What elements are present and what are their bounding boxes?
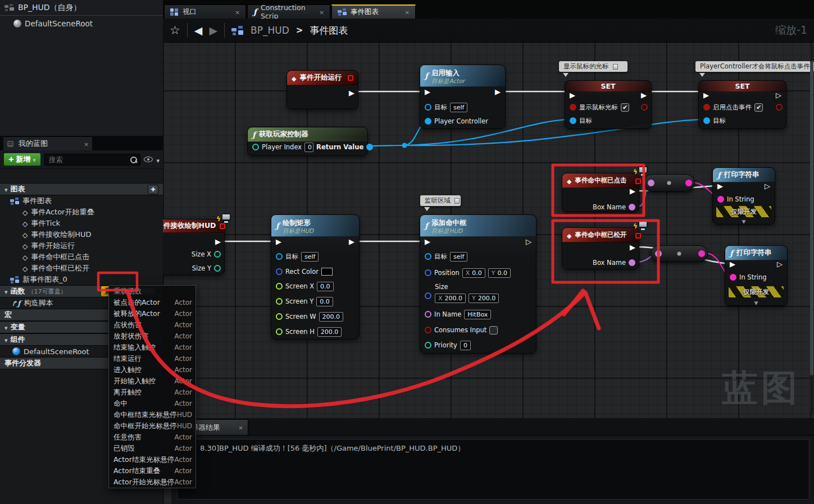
screen-x-pin[interactable] bbox=[276, 283, 283, 290]
comment-bubble-hitbox[interactable]: 监听区域 bbox=[420, 195, 461, 206]
bool-value-pin[interactable] bbox=[703, 104, 710, 111]
target-pin[interactable] bbox=[276, 253, 283, 260]
screen-y-value[interactable]: 0.0 bbox=[316, 297, 333, 306]
scrollbar-thumb[interactable] bbox=[810, 61, 813, 375]
menu-item[interactable]: 点状伤害Actor bbox=[109, 319, 195, 331]
pin-icon[interactable] bbox=[454, 198, 460, 204]
search-input[interactable] bbox=[45, 154, 140, 165]
target-value[interactable]: self bbox=[450, 252, 467, 262]
tab-construction-script[interactable]: Construction Scrip bbox=[247, 4, 330, 19]
node-event-beginplay[interactable]: 事件开始运行 bbox=[287, 70, 358, 109]
screen-w-value[interactable]: 200.0 bbox=[319, 312, 344, 322]
menu-item[interactable]: Actor结束光标悬停Actor bbox=[109, 454, 195, 465]
expand-arrow-icon[interactable] bbox=[742, 215, 746, 226]
checkbox-checked[interactable] bbox=[621, 103, 629, 112]
target-value[interactable]: self bbox=[301, 252, 319, 262]
exec-out-pin[interactable] bbox=[215, 238, 221, 246]
blueprint-graph-canvas[interactable]: BP_HUD > 事件图表 缩放-1 显示鼠标的光标 PlayerControl… bbox=[163, 19, 814, 504]
position-y-value[interactable]: 0.0 bbox=[498, 269, 508, 277]
tab-viewport[interactable]: 视口 bbox=[164, 4, 246, 19]
menu-item[interactable]: 已销毁Actor bbox=[109, 443, 195, 454]
exec-out-pin[interactable] bbox=[777, 260, 783, 268]
in-name-pin[interactable] bbox=[425, 311, 431, 318]
target-pin[interactable] bbox=[703, 117, 710, 124]
node-set-show-cursor[interactable]: SET 显示鼠标光标 目标 bbox=[565, 80, 652, 129]
compiler-log[interactable]: 8.30]BP_HUD 编译成功！[56 毫秒内]（/Game/BluePrin… bbox=[177, 439, 810, 500]
breadcrumb-root[interactable]: BP_HUD bbox=[251, 25, 289, 36]
node-set-enable-click[interactable]: SET 启用点击事件 目标 bbox=[698, 80, 786, 129]
exec-in-pin[interactable] bbox=[425, 238, 430, 246]
box-name-pin[interactable] bbox=[629, 259, 635, 266]
menu-item[interactable]: 被释放的ActorActor bbox=[109, 308, 195, 319]
close-icon[interactable] bbox=[84, 140, 89, 148]
exec-out-pin[interactable] bbox=[526, 238, 531, 246]
exec-out-pin[interactable] bbox=[630, 187, 635, 195]
tree-event-item[interactable]: 事件命中框已松开 bbox=[0, 263, 163, 274]
close-icon[interactable] bbox=[405, 8, 410, 16]
menu-item[interactable]: 放射状伤害Actor bbox=[109, 331, 195, 342]
tree-event-item[interactable]: 事件命中框已点击 bbox=[0, 251, 163, 263]
exec-in-pin[interactable] bbox=[730, 260, 735, 268]
size-pin[interactable] bbox=[425, 292, 431, 299]
priority-pin[interactable] bbox=[425, 342, 431, 349]
bool-out-pin[interactable] bbox=[776, 104, 783, 111]
nav-back-icon[interactable] bbox=[194, 24, 203, 36]
tree-event-item[interactable]: 事件Actor开始重叠 bbox=[0, 207, 163, 218]
exec-in-pin[interactable] bbox=[276, 238, 281, 246]
in-string-pin[interactable] bbox=[730, 274, 736, 281]
screen-h-value[interactable]: 200.0 bbox=[317, 327, 342, 337]
component-root-row[interactable]: DefaultSceneRoot bbox=[0, 18, 163, 29]
bool-value-pin[interactable] bbox=[570, 104, 576, 111]
screen-y-pin[interactable] bbox=[276, 298, 283, 305]
exec-in-pin[interactable] bbox=[717, 182, 723, 190]
node-event-hitbox-click[interactable]: 事件命中框已点击 Box Name bbox=[562, 173, 639, 212]
menu-item[interactable]: 命中Actor bbox=[109, 398, 195, 409]
color-swatch[interactable] bbox=[321, 268, 333, 276]
search-box[interactable] bbox=[44, 154, 141, 166]
comment-bubble-show-cursor[interactable]: 显示鼠标的光标 bbox=[559, 61, 627, 72]
screen-h-pin[interactable] bbox=[276, 328, 283, 335]
player-index-value[interactable]: 0 bbox=[304, 143, 313, 152]
rect-color-pin[interactable] bbox=[276, 268, 283, 275]
menu-item[interactable]: 任意伤害Actor bbox=[109, 432, 195, 443]
checkbox-unchecked[interactable] bbox=[489, 326, 498, 335]
tree-event-graph[interactable]: 事件图表 bbox=[0, 195, 163, 207]
add-new-button[interactable]: ✚ 新增 bbox=[3, 153, 41, 166]
size-x-pin[interactable] bbox=[214, 251, 221, 258]
bookmark-star-icon[interactable] bbox=[170, 24, 180, 37]
exec-out-pin[interactable] bbox=[765, 182, 770, 190]
in-name-value[interactable]: HitBox bbox=[464, 310, 491, 319]
menu-item[interactable]: Actor结束重叠Actor bbox=[109, 465, 195, 476]
name-in-pin[interactable] bbox=[648, 180, 654, 186]
screen-x-value[interactable]: 0.0 bbox=[317, 282, 334, 291]
exec-out-pin[interactable] bbox=[495, 88, 501, 96]
close-icon[interactable] bbox=[235, 8, 240, 16]
box-name-pin[interactable] bbox=[629, 204, 635, 210]
string-out-pin[interactable] bbox=[698, 250, 705, 257]
eye-filter-icon[interactable] bbox=[144, 157, 153, 162]
menu-item[interactable]: Actor开始光标悬停Actor bbox=[109, 476, 195, 488]
consumes-input-pin[interactable] bbox=[425, 327, 431, 333]
size-x-value[interactable]: 200.0 bbox=[445, 294, 463, 303]
checkbox-checked[interactable] bbox=[754, 103, 763, 112]
position-pin[interactable] bbox=[425, 269, 431, 276]
menu-item[interactable]: 结束运行Actor bbox=[109, 353, 195, 364]
tree-event-item[interactable]: 事件开始运行 bbox=[0, 240, 163, 251]
menu-item[interactable]: 开始输入触控Actor bbox=[109, 375, 195, 387]
node-draw-rect[interactable]: 绘制矩形目标是HUD 目标self Rect Color Screen X0.0… bbox=[271, 214, 360, 340]
menu-item[interactable]: 进入触控Actor bbox=[109, 364, 195, 375]
chevron-down-icon[interactable] bbox=[156, 154, 160, 165]
node-add-hitbox[interactable]: 添加命中框目标是HUD 目标self Position X0.0 Y0.0 Si… bbox=[420, 214, 536, 354]
menu-item[interactable]: 结束输入触控Actor bbox=[109, 342, 195, 353]
graph-vertical-scrollbar[interactable] bbox=[810, 44, 813, 414]
close-icon[interactable] bbox=[320, 8, 324, 16]
size-y-pin[interactable] bbox=[214, 265, 221, 272]
nav-forward-icon[interactable] bbox=[209, 24, 217, 36]
node-print-string-2[interactable]: 打印字符串 In String 仅限开发 bbox=[725, 245, 788, 306]
node-event-receive-draw-hud[interactable]: 件接收绘制HUD Size X Size Y bbox=[163, 219, 225, 275]
menu-item[interactable]: 命中框开始光标悬停HUD bbox=[109, 420, 195, 432]
node-name-to-string-conversion[interactable] bbox=[651, 245, 708, 262]
node-enable-input[interactable]: 启用输入目标是Actor 目标self Player Controller bbox=[420, 65, 506, 129]
in-string-pin[interactable] bbox=[717, 196, 724, 203]
player-controller-pin[interactable] bbox=[425, 118, 431, 125]
